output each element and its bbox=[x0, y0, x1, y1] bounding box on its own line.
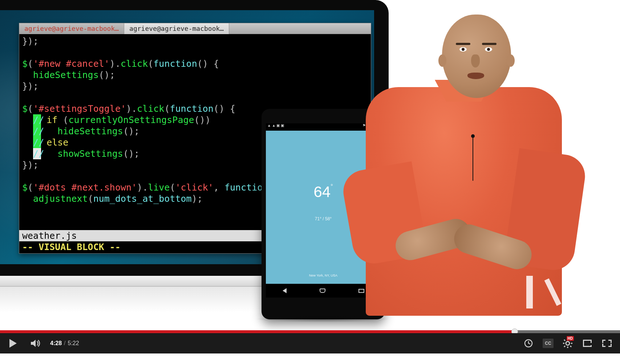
status-icons-left: ▲ ▲ ▣ ▣ bbox=[267, 123, 284, 131]
theater-mode-button[interactable] bbox=[579, 336, 595, 350]
play-button[interactable] bbox=[5, 336, 21, 350]
tablet-shadow bbox=[254, 316, 392, 322]
terminal-tab[interactable]: agrieve@agrieve-macbook… bbox=[19, 23, 124, 34]
terminal-tab-bar: agrieve@agrieve-macbook…agrieve@agrieve-… bbox=[19, 23, 371, 34]
svg-marker-0 bbox=[31, 340, 36, 347]
google-io-watermark bbox=[526, 276, 605, 308]
svg-line-8 bbox=[570, 346, 571, 347]
nav-back-icon[interactable] bbox=[283, 288, 287, 293]
volume-button[interactable] bbox=[28, 336, 44, 350]
cc-icon: CC bbox=[543, 339, 553, 348]
nav-home-icon[interactable] bbox=[320, 289, 325, 293]
svg-line-10 bbox=[564, 346, 565, 347]
hd-badge: HD bbox=[567, 336, 574, 341]
progress-played bbox=[0, 330, 515, 333]
svg-line-7 bbox=[564, 340, 565, 341]
temperature-value: 64 bbox=[313, 183, 331, 200]
degree-symbol: ° bbox=[331, 183, 333, 189]
settings-button[interactable]: HD bbox=[560, 336, 576, 350]
video-control-bar: 4:28 / 5:22 CC bbox=[0, 333, 620, 353]
vim-filename: weather.js bbox=[22, 230, 77, 241]
presenter-person bbox=[351, 0, 576, 316]
svg-point-2 bbox=[566, 341, 570, 345]
theater-icon bbox=[583, 340, 592, 347]
clock-icon bbox=[524, 339, 533, 348]
fullscreen-icon bbox=[602, 340, 612, 347]
captions-button[interactable]: CC bbox=[540, 336, 556, 350]
io-slash bbox=[544, 278, 562, 306]
io-letter-i bbox=[526, 276, 533, 308]
volume-icon bbox=[30, 339, 41, 348]
io-letter-o bbox=[573, 276, 605, 308]
play-icon bbox=[9, 339, 17, 348]
video-frame: agrieve@agrieve-macbook…agrieve@agrieve-… bbox=[0, 0, 620, 330]
time-separator: / bbox=[64, 340, 65, 347]
total-duration: 5:22 bbox=[68, 340, 79, 347]
gear-icon: HD bbox=[563, 338, 573, 348]
current-time: 4:28 bbox=[50, 340, 62, 347]
fullscreen-button[interactable] bbox=[599, 336, 615, 350]
time-display: 4:28 / 5:22 bbox=[50, 340, 79, 347]
terminal-tab[interactable]: agrieve@agrieve-macbook… bbox=[124, 23, 229, 34]
video-progress-bar[interactable] bbox=[0, 330, 620, 333]
watch-later-button[interactable] bbox=[520, 336, 536, 350]
